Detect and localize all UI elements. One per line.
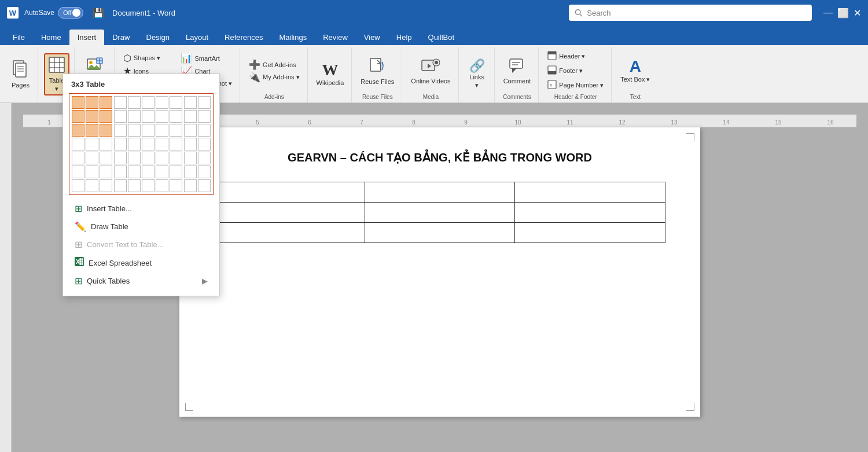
grid-cell[interactable] [142,124,155,137]
grid-cell[interactable] [128,110,141,123]
grid-cell[interactable] [156,179,168,192]
grid-cell[interactable] [142,110,155,123]
getaddins-button[interactable]: ➕ Get Add-ins [246,59,302,71]
grid-cell[interactable] [128,96,141,109]
grid-cell[interactable] [114,110,127,123]
grid-cell[interactable] [86,96,98,109]
tab-references[interactable]: References [216,30,271,45]
tab-mailings[interactable]: Mailings [271,30,315,45]
grid-cell[interactable] [184,96,197,109]
tab-design[interactable]: Design [138,30,178,45]
header-button[interactable]: Header ▾ [545,50,606,63]
grid-cell[interactable] [184,110,197,123]
grid-cell[interactable] [114,96,127,109]
grid-cell[interactable] [156,138,168,150]
pages-button[interactable]: Pages [9,58,32,90]
grid-cell[interactable] [86,179,98,192]
grid-cell[interactable] [198,96,211,109]
smartart-button[interactable]: 📊 SmartArt [178,53,235,64]
grid-cell[interactable] [170,110,182,123]
grid-cell[interactable] [100,96,112,109]
grid-cell[interactable] [114,138,127,150]
grid-cell[interactable] [170,138,182,150]
grid-cell[interactable] [198,124,211,137]
draw-table-item[interactable]: ✏️ Draw Table [69,218,214,236]
grid-cell[interactable] [114,166,127,178]
save-icon[interactable]: 💾 [93,8,104,19]
tab-help[interactable]: Help [388,30,420,45]
grid-cell[interactable] [114,179,127,192]
tab-view[interactable]: View [356,30,388,45]
grid-cell[interactable] [100,179,112,192]
grid-cell[interactable] [198,152,211,164]
grid-cell[interactable] [114,152,127,164]
grid-cell[interactable] [184,179,197,192]
grid-cell[interactable] [100,138,112,150]
grid-cell[interactable] [72,166,84,178]
tab-home[interactable]: Home [33,30,69,45]
grid-cell[interactable] [142,152,155,164]
myaddins-button[interactable]: 🔌 My Add-ins ▾ [246,72,302,83]
grid-cell[interactable] [198,166,211,178]
shapes-button[interactable]: ⬡ Shapes ▾ [120,53,176,64]
grid-cell[interactable] [156,110,168,123]
grid-cell[interactable] [86,166,98,178]
search-bar[interactable] [569,5,812,21]
grid-cell[interactable] [198,110,211,123]
grid-cell[interactable] [72,179,84,192]
table-cell[interactable] [365,223,515,243]
table-cell[interactable] [515,203,665,223]
table-cell[interactable] [515,182,665,203]
grid-cell[interactable] [184,138,197,150]
table-cell[interactable] [215,223,365,243]
minimize-icon[interactable]: — [823,8,833,18]
grid-cell[interactable] [128,138,141,150]
grid-cell[interactable] [72,138,84,150]
grid-cell[interactable] [86,138,98,150]
pagenumber-button[interactable]: # Page Number ▾ [545,79,606,92]
grid-cell[interactable] [128,124,141,137]
links-button[interactable]: 🔗 Links ▾ [465,58,488,91]
tab-review[interactable]: Review [315,30,356,45]
table-cell[interactable] [365,203,515,223]
close-icon[interactable]: ✕ [854,8,861,19]
grid-cell[interactable] [142,96,155,109]
grid-cell[interactable] [114,124,127,137]
tab-insert[interactable]: Insert [69,30,105,45]
grid-cell[interactable] [156,166,168,178]
grid-cell[interactable] [86,152,98,164]
insert-table-item[interactable]: ⊞ Insert Table... [69,200,214,218]
tab-draw[interactable]: Draw [104,30,138,45]
grid-cell[interactable] [156,124,168,137]
grid-cell[interactable] [72,124,84,137]
grid-cell[interactable] [142,166,155,178]
grid-cell[interactable] [72,152,84,164]
grid-cell[interactable] [100,124,112,137]
grid-cell[interactable] [100,110,112,123]
grid-cell[interactable] [184,124,197,137]
table-cell[interactable] [515,223,665,243]
grid-cell[interactable] [170,96,182,109]
grid-cell[interactable] [142,179,155,192]
search-input[interactable] [587,9,806,17]
onlinevideos-button[interactable]: Online Videos [408,56,453,86]
grid-cell[interactable] [100,152,112,164]
wikipedia-button[interactable]: W Wikipedia [314,60,347,88]
grid-cell[interactable] [184,166,197,178]
grid-cell[interactable] [198,179,211,192]
grid-cell[interactable] [100,166,112,178]
excel-spreadsheet-item[interactable]: X Excel Spreadsheet [69,253,214,272]
grid-cell[interactable] [170,166,182,178]
reusefiles-button[interactable]: Reuse Files [358,56,397,87]
grid-cell[interactable] [170,152,182,164]
tab-quillbot[interactable]: QuillBot [420,30,463,45]
table-grid[interactable] [69,93,214,195]
autosave-toggle[interactable]: Off [58,7,83,19]
textbox-button[interactable]: A Text Box ▾ [617,57,653,85]
grid-cell[interactable] [128,152,141,164]
grid-cell[interactable] [184,152,197,164]
grid-cell[interactable] [156,152,168,164]
grid-cell[interactable] [128,179,141,192]
grid-cell[interactable] [156,96,168,109]
footer-button[interactable]: Footer ▾ [545,64,606,78]
